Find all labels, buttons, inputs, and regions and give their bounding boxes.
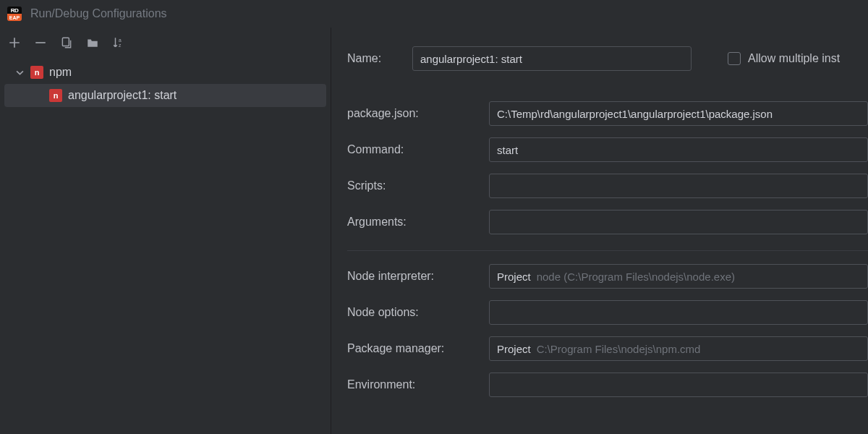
allow-multiple-checkbox[interactable] [728,52,741,65]
tree-item-label: angularproject1: start [68,89,176,102]
window-title: Run/Debug Configurations [30,7,167,20]
node-interpreter-select[interactable]: Project node (C:\Program Files\nodejs\no… [489,264,868,289]
node-interpreter-hint: node (C:\Program Files\nodejs\node.exe) [537,271,735,283]
package-json-label: package.json: [347,107,489,120]
sort-button[interactable]: az [107,31,130,54]
node-options-label: Node options: [347,306,489,319]
package-manager-prefix: Project [497,343,531,355]
name-input[interactable]: angularproject1: start [412,46,692,71]
tree-group-npm[interactable]: n npm [4,61,326,84]
command-select[interactable]: start [489,137,868,162]
node-options-input[interactable] [489,300,868,325]
titlebar: RD EAP Run/Debug Configurations [0,0,868,27]
sort-az-icon: az [112,36,125,49]
tree-group-label: npm [49,66,72,79]
app-logo-icon: RD EAP [7,7,22,21]
environment-label: Environment: [347,378,489,391]
package-manager-hint: C:\Program Files\nodejs\npm.cmd [537,343,701,355]
add-config-button[interactable] [3,31,26,54]
node-interpreter-prefix: Project [497,271,531,283]
svg-text:z: z [119,43,122,48]
arguments-label: Arguments: [347,216,489,229]
package-manager-select[interactable]: Project C:\Program Files\nodejs\npm.cmd [489,336,868,361]
save-template-button[interactable] [81,31,104,54]
plus-icon [8,36,21,49]
sidebar-toolbar: az [0,27,331,58]
environment-input[interactable] [489,373,868,397]
allow-multiple-label: Allow multiple inst [748,52,840,65]
package-manager-label: Package manager: [347,342,489,355]
svg-rect-0 [62,38,69,46]
copy-config-button[interactable] [55,31,78,54]
config-form: Name: angularproject1: start Allow multi… [331,27,868,434]
config-tree: n npm n angularproject1: start [0,58,331,110]
remove-config-button[interactable] [29,31,52,54]
name-label: Name: [347,52,412,65]
minus-icon [34,36,47,49]
package-json-input[interactable]: C:\Temp\rd\angularproject1\angularprojec… [489,101,868,126]
chevron-down-icon [14,67,25,77]
tree-item-angular-start[interactable]: n angularproject1: start [4,84,326,107]
npm-icon: n [49,89,62,102]
section-divider [347,250,868,251]
npm-icon: n [30,66,43,79]
scripts-label: Scripts: [347,179,489,192]
config-sidebar: az n npm n angularproject1: start [0,27,331,434]
arguments-input[interactable] [489,210,868,234]
folder-icon [86,36,99,49]
scripts-select[interactable] [489,174,868,198]
copy-icon [60,36,73,49]
node-interpreter-label: Node interpreter: [347,270,489,283]
command-label: Command: [347,143,489,156]
